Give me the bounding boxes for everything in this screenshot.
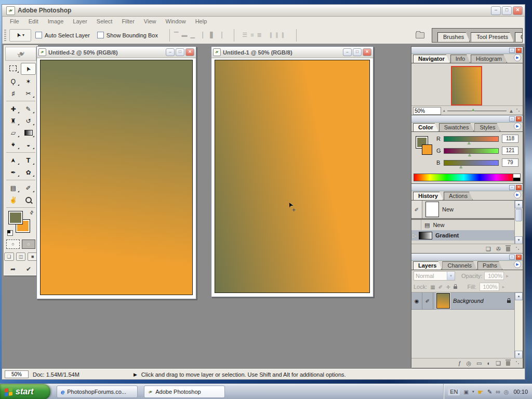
panel-resize-grip[interactable] [515,246,521,251]
dodge-tool[interactable]: ◒ [21,139,35,150]
tab-paths[interactable]: Paths [477,261,502,270]
app-title-bar[interactable]: ❧ Adobe Photoshop – □ ✕ [2,5,525,17]
lasso-tool[interactable]: Ϙ [6,76,20,87]
tab-channels[interactable]: Channels [442,261,476,270]
panel-close-button[interactable]: ✕ [516,255,522,260]
navigator-zoom-input[interactable] [413,107,441,115]
move-tool[interactable]: ➤ [21,63,36,75]
eyedropper-tool[interactable]: ✐ [21,182,35,193]
brush-tool[interactable]: ✎ [21,103,35,114]
panel-resize-grip[interactable] [516,108,521,113]
menu-select[interactable]: Select [92,17,117,26]
new-group-button[interactable]: ▭ [476,360,482,367]
doc-close-button[interactable]: ✕ [363,48,371,56]
slider-marker-icon[interactable]: ▲ [467,141,471,145]
standard-mode-button[interactable]: ○ [6,240,20,249]
fullscreen-menubar-mode-button[interactable]: ◫ [16,252,26,261]
panel-title-bar[interactable]: – ✕ [411,184,523,191]
lock-all-icon[interactable] [454,286,457,289]
slider-marker-icon[interactable]: ▲ [459,165,463,169]
distribute-left-edges-icon[interactable]: ∥ [270,32,273,38]
lock-transparency-icon[interactable]: ▦ [430,284,435,290]
menu-edit[interactable]: Edit [24,17,43,26]
opacity-spinner-icon[interactable]: ▸ [506,273,509,278]
delete-state-button[interactable] [506,247,510,251]
scroll-up-icon[interactable]: ▲ [515,292,523,300]
state-pointer-icon[interactable]: ▷ [413,233,417,238]
well-tab-brushes[interactable]: Brushes [437,32,470,42]
tab-color[interactable]: Color [413,123,438,131]
taskbar-item-photoshopforums[interactable]: e PhotoshopForums.co... [57,385,138,398]
history-state-row-selected[interactable]: ▷ Gradient [411,230,515,241]
history-scrollbar[interactable]: ▲ ▼ [514,201,523,244]
rectangular-marquee-tool[interactable] [6,63,20,74]
tab-styles[interactable]: Styles [474,123,500,131]
panel-menu-button[interactable]: ▶ [514,54,521,61]
panel-minimize-button[interactable]: – [509,255,515,260]
tray-hand-icon[interactable]: ☛ [477,388,484,396]
panel-close-button[interactable]: ✕ [516,48,522,53]
distribute-right-edges-icon[interactable]: ∥ [282,32,285,38]
blur-tool[interactable]: ♠ [6,139,20,150]
distribute-vertical-centers-icon[interactable]: ≡ [250,32,254,38]
panel-close-button[interactable]: ✕ [516,116,522,122]
history-snapshot-row[interactable]: ✐ New [411,201,515,220]
menu-file[interactable]: File [5,17,24,26]
panel-title-bar[interactable]: – ✕ [411,47,523,54]
menu-layer[interactable]: Layer [68,17,92,26]
close-button[interactable]: ✕ [513,6,523,15]
imageready-check-icon[interactable]: ✔ [22,265,35,273]
green-slider[interactable]: ▲ [444,148,499,154]
healing-brush-tool[interactable]: ✚ [6,103,20,114]
new-layer-button[interactable]: ❏ [496,360,501,367]
navigator-zoom-slider[interactable]: ▲ [447,111,507,111]
clone-stamp-tool[interactable]: ♜ [6,115,20,126]
tray-headphones-icon[interactable]: ∞ [496,388,500,395]
doc-maximize-button[interactable]: □ [176,48,184,56]
type-tool[interactable]: T [21,155,35,166]
state-label[interactable]: New [433,222,444,228]
doc-minimize-button[interactable]: – [343,48,352,56]
layer-mask-button[interactable]: ◎ [466,360,471,367]
scroll-down-icon[interactable]: ▼ [515,236,523,244]
slider-thumb-icon[interactable]: ▲ [471,107,475,112]
visibility-eye-icon[interactable]: ◉ [411,292,422,309]
toolbox-header[interactable]: ❧ [5,47,36,61]
default-colors-icon[interactable] [7,230,13,236]
blend-mode-dropdown[interactable]: Normal ▾ [414,271,455,281]
panel-minimize-button[interactable]: – [509,185,515,190]
history-brush-source-icon[interactable]: ✐ [411,201,422,218]
blue-value[interactable]: 79 [502,158,518,167]
doc-title-bar[interactable]: ❧ Untitled-1 @ 50% (RGB/8) – □ ✕ [211,47,373,58]
distribute-top-edges-icon[interactable]: ☰ [242,32,247,38]
panel-close-button[interactable]: ✕ [516,185,522,190]
tab-layers[interactable]: Layers [413,261,442,270]
slice-tool[interactable]: ✂ [21,88,35,99]
foreground-color-swatch[interactable] [8,211,23,224]
file-browser-button[interactable] [413,29,427,42]
distribute-bottom-edges-icon[interactable]: ≣ [257,32,262,38]
spectrum-bw-swatch[interactable] [513,174,521,181]
tab-actions[interactable]: Actions [444,192,473,200]
blue-slider[interactable]: ▲ [444,160,499,166]
language-bar-icon[interactable]: ▣ [463,389,468,395]
panel-menu-button[interactable]: ▶ [514,191,521,198]
opacity-value[interactable]: 100% [484,272,504,280]
gradient-tool[interactable] [21,127,35,138]
language-caret-icon[interactable]: ▾ [472,390,474,394]
path-selection-tool[interactable]: ➤ [6,155,20,166]
scroll-thumb[interactable] [515,209,522,221]
show-bounding-box-checkbox[interactable]: Show Bounding Box [97,32,158,38]
checkbox-box[interactable] [97,32,104,38]
snapshot-label[interactable]: New [442,206,454,212]
menu-help[interactable]: Help [191,17,212,26]
history-state-row[interactable]: ▤ New [411,220,515,230]
crop-tool[interactable]: ♯ [6,88,20,99]
checkbox-box[interactable] [35,32,42,38]
auto-select-layer-checkbox[interactable]: Auto Select Layer [35,32,90,38]
background-color-well[interactable] [422,144,432,155]
taskbar-clock[interactable]: 00:10 [513,389,528,395]
swap-colors-icon[interactable]: ⇄ [29,209,35,216]
panel-menu-button[interactable]: ▶ [514,123,521,130]
current-tool-chip[interactable]: ➤ ▾ [9,29,31,42]
